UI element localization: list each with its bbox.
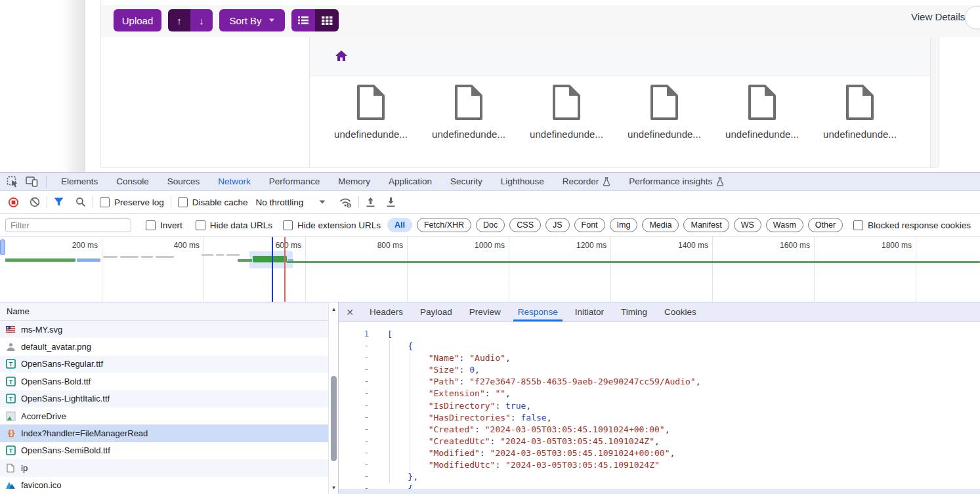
filter-chip-other[interactable]: Other xyxy=(808,218,843,232)
devtools-tab-security[interactable]: Security xyxy=(441,173,492,190)
network-request-row[interactable]: TOpenSans-Bold.ttf xyxy=(0,373,328,390)
details-tab-payload[interactable]: Payload xyxy=(412,302,461,321)
avatar-icon xyxy=(5,342,16,352)
export-har-button[interactable] xyxy=(386,197,396,208)
scroll-up-icon[interactable]: ▲ xyxy=(329,306,339,312)
invert-label: Invert xyxy=(160,220,182,230)
flag-icon xyxy=(5,324,16,335)
request-list-scrollbar[interactable]: ▲ ▼ xyxy=(328,302,338,494)
upload-button[interactable]: Upload xyxy=(114,9,161,31)
network-request-row[interactable]: ip xyxy=(0,459,328,476)
details-tab-cookies[interactable]: Cookies xyxy=(656,302,705,321)
overview-handle[interactable] xyxy=(0,239,5,255)
filter-chip-fetch-xhr[interactable]: Fetch/XHR xyxy=(417,218,471,232)
devtools-tab-sources[interactable]: Sources xyxy=(158,173,209,190)
details-tab-initiator[interactable]: Initiator xyxy=(566,302,612,321)
record-network-log-button[interactable] xyxy=(8,197,19,208)
details-tab-headers[interactable]: Headers xyxy=(361,302,412,321)
scroll-down-icon[interactable]: ▼ xyxy=(329,485,339,491)
filter-input[interactable] xyxy=(5,218,131,232)
sort-direction-button-group: ↑ ↓ xyxy=(168,9,213,31)
filter-chip-all[interactable]: All xyxy=(387,218,412,232)
file-tile[interactable]: undefinedunde... xyxy=(811,84,908,140)
checkbox-icon xyxy=(283,220,293,230)
file-tile[interactable]: undefinedunde... xyxy=(714,84,811,140)
file-tile[interactable]: undefinedunde... xyxy=(322,84,419,140)
filter-chip-ws[interactable]: WS xyxy=(734,218,761,232)
view-mode-button-group xyxy=(291,9,339,31)
network-request-row[interactable]: ms-MY.svg xyxy=(0,321,328,338)
devtools-tab-performance-insights[interactable]: Performance insights xyxy=(620,173,733,190)
network-request-row[interactable]: TOpenSans-Regular.ttf xyxy=(0,356,328,373)
devtools-tab-performance[interactable]: Performance xyxy=(260,173,329,190)
file-panel-scrollbar[interactable] xyxy=(930,37,939,167)
file-tile[interactable]: undefinedunde... xyxy=(616,84,713,140)
search-network-button[interactable] xyxy=(75,197,86,207)
filter-chip-manifest[interactable]: Manifest xyxy=(683,218,729,232)
line-number: - xyxy=(339,400,369,412)
network-conditions-button[interactable] xyxy=(339,197,352,208)
devtools-tab-application[interactable]: Application xyxy=(379,173,441,190)
network-request-row[interactable]: AcorreDrive xyxy=(0,407,328,424)
scrollbar-thumb[interactable] xyxy=(331,376,337,461)
devtools-tab-recorder[interactable]: Recorder xyxy=(553,173,620,190)
home-icon[interactable] xyxy=(335,51,347,64)
network-request-row[interactable]: favicon.ico xyxy=(0,477,328,494)
filter-chip-font[interactable]: Font xyxy=(574,218,605,232)
devtools-tab-elements[interactable]: Elements xyxy=(52,173,107,190)
details-tab-preview[interactable]: Preview xyxy=(461,302,509,321)
network-request-row[interactable]: TOpenSans-LightItalic.ttf xyxy=(0,390,328,407)
sort-by-dropdown[interactable]: Sort By xyxy=(219,9,285,31)
network-overview-timeline[interactable]: 200 ms400 ms600 ms800 ms1000 ms1200 ms14… xyxy=(0,237,980,302)
details-tab-timing[interactable]: Timing xyxy=(612,302,656,321)
timeline-tick-label: 800 ms xyxy=(351,241,403,250)
close-icon[interactable]: ✕ xyxy=(339,307,361,318)
waterfall-bar-gray xyxy=(103,256,117,258)
file-tile[interactable]: undefinedunde... xyxy=(420,84,517,140)
clear-network-log-button[interactable] xyxy=(30,197,40,207)
response-body[interactable]: 1------------- [ { "Name": "Audio", "Siz… xyxy=(339,322,980,494)
filter-chip-js[interactable]: JS xyxy=(545,218,570,232)
filter-toggle-button[interactable] xyxy=(54,197,64,207)
blocked-response-cookies-checkbox[interactable]: Blocked response cookies xyxy=(853,220,971,230)
collapse-circle-button[interactable] xyxy=(965,6,980,30)
waterfall-bar-green xyxy=(5,258,75,262)
request-name: favicon.ico xyxy=(21,480,61,490)
filter-chip-css[interactable]: CSS xyxy=(509,218,541,232)
toolbar-divider xyxy=(358,196,359,208)
inspect-element-icon[interactable] xyxy=(7,176,19,188)
filter-chip-img[interactable]: Img xyxy=(610,218,638,232)
preserve-log-label: Preserve log xyxy=(114,197,164,207)
device-toolbar-icon[interactable] xyxy=(26,176,38,187)
file-tile[interactable]: undefinedunde... xyxy=(518,84,615,140)
network-request-row[interactable]: {}Index?handler=FileManagerRead xyxy=(0,424,328,442)
request-table-header[interactable]: Name xyxy=(0,302,328,321)
line-number: - xyxy=(339,424,369,436)
sort-ascending-button[interactable]: ↑ xyxy=(168,9,190,31)
network-request-row[interactable]: TOpenSans-SemiBold.ttf xyxy=(0,442,328,459)
list-view-button[interactable] xyxy=(291,9,315,31)
grid-view-icon xyxy=(322,15,333,26)
filter-chip-media[interactable]: Media xyxy=(642,218,679,232)
hide-extension-urls-checkbox[interactable]: Hide extension URLs xyxy=(283,220,381,230)
grid-view-button[interactable] xyxy=(315,9,339,31)
toolbar-divider xyxy=(46,176,47,188)
details-tab-response[interactable]: Response xyxy=(509,302,566,321)
import-har-button[interactable] xyxy=(366,197,375,208)
filter-chip-wasm[interactable]: Wasm xyxy=(766,218,803,232)
request-type-filter-chips: AllFetch/XHRDocCSSJSFontImgMediaManifest… xyxy=(387,218,843,232)
hide-data-urls-checkbox[interactable]: Hide data URLs xyxy=(196,220,272,230)
devtools-tab-memory[interactable]: Memory xyxy=(329,173,379,190)
network-request-row[interactable]: default_avatar.png xyxy=(0,338,328,355)
disable-cache-checkbox[interactable]: Disable cache xyxy=(178,197,248,207)
view-details-link[interactable]: View Details xyxy=(911,11,965,22)
preserve-log-checkbox[interactable]: Preserve log xyxy=(100,197,164,207)
sort-descending-button[interactable]: ↓ xyxy=(190,9,213,31)
throttling-dropdown[interactable]: No throttling xyxy=(256,197,326,207)
devtools-tab-lighthouse[interactable]: Lighthouse xyxy=(492,173,553,190)
filter-chip-doc[interactable]: Doc xyxy=(476,218,505,232)
response-horizontal-scrollbar[interactable] xyxy=(339,489,980,494)
devtools-tab-console[interactable]: Console xyxy=(107,173,158,190)
devtools-tab-network[interactable]: Network xyxy=(209,173,260,190)
invert-filter-checkbox[interactable]: Invert xyxy=(146,220,182,230)
